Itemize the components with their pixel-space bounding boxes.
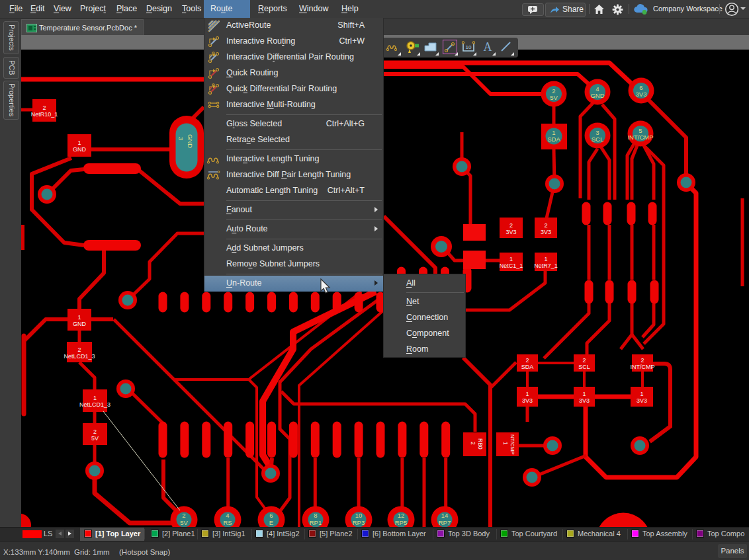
svg-text:3V3: 3V3: [579, 397, 590, 404]
svg-text:NetR10_1: NetR10_1: [31, 111, 58, 118]
svg-text:INT/CMP: INT/CMP: [631, 364, 655, 370]
svg-text:1: 1: [525, 391, 529, 397]
svg-text:1: 1: [502, 442, 509, 445]
svg-text:1: 1: [582, 391, 586, 397]
svg-text:4: 4: [226, 512, 229, 519]
svg-text:4: 4: [595, 85, 599, 93]
svg-text:1: 1: [77, 314, 81, 321]
svg-text:12: 12: [398, 512, 405, 519]
svg-text:1: 1: [544, 256, 547, 262]
svg-text:A: A: [483, 40, 492, 54]
svg-text:GND: GND: [73, 146, 87, 153]
svg-text:2: 2: [582, 357, 586, 364]
svg-text:NetR7_1: NetR7_1: [534, 262, 558, 269]
svg-text:10: 10: [466, 44, 472, 50]
svg-text:RB0: RB0: [477, 438, 484, 450]
svg-text:3V3: 3V3: [522, 397, 533, 404]
svg-text:2: 2: [42, 104, 46, 111]
svg-text:SDA: SDA: [521, 364, 534, 370]
svg-text:RP1: RP1: [310, 519, 322, 526]
svg-text:3V3: 3V3: [636, 91, 647, 98]
svg-text:NetLCD1_3: NetLCD1_3: [64, 353, 95, 360]
svg-text:2: 2: [470, 442, 476, 445]
svg-text:10: 10: [355, 512, 363, 519]
svg-text:14: 14: [441, 512, 449, 519]
svg-text:NetC1_1: NetC1_1: [500, 262, 523, 269]
svg-text:NT/CMP: NT/CMP: [509, 434, 515, 455]
svg-text:3V3: 3V3: [506, 229, 516, 235]
svg-text:2: 2: [77, 346, 81, 353]
svg-text:GND: GND: [590, 92, 604, 99]
svg-text:RP3: RP3: [353, 519, 365, 526]
svg-text:5V: 5V: [180, 519, 188, 526]
svg-text:3: 3: [177, 137, 185, 140]
svg-text:5V: 5V: [91, 435, 99, 442]
svg-text:GND: GND: [187, 134, 194, 148]
svg-text:SCL: SCL: [578, 364, 590, 370]
svg-text:INT/CMP: INT/CMP: [627, 134, 653, 141]
svg-text:GND: GND: [73, 321, 87, 327]
svg-text:E: E: [269, 519, 273, 526]
svg-text:3V3: 3V3: [541, 229, 551, 235]
svg-text:6: 6: [639, 84, 642, 91]
svg-text:3: 3: [595, 129, 599, 136]
svg-text:1: 1: [509, 256, 513, 262]
svg-text:RP5: RP5: [395, 519, 407, 526]
svg-text:2: 2: [182, 512, 185, 519]
svg-text:3V3: 3V3: [637, 397, 647, 404]
svg-text:5: 5: [639, 127, 642, 134]
svg-text:2: 2: [544, 222, 547, 229]
svg-text:6: 6: [269, 512, 273, 519]
svg-text:1: 1: [77, 140, 81, 146]
svg-text:2: 2: [93, 428, 97, 435]
svg-text:1: 1: [640, 391, 643, 397]
svg-text:NetLCD1_3: NetLCD1_3: [79, 401, 110, 408]
svg-text:2: 2: [552, 87, 555, 95]
svg-text:1: 1: [93, 395, 97, 401]
svg-text:SDA: SDA: [547, 136, 560, 143]
svg-text:SCL: SCL: [592, 136, 603, 143]
svg-text:5V: 5V: [550, 94, 558, 101]
svg-text:RP7: RP7: [439, 519, 451, 526]
svg-text:2: 2: [509, 222, 513, 229]
svg-text:RS: RS: [223, 519, 232, 526]
svg-text:2: 2: [640, 357, 644, 364]
svg-text:8: 8: [314, 512, 317, 519]
svg-text:2: 2: [525, 357, 529, 364]
